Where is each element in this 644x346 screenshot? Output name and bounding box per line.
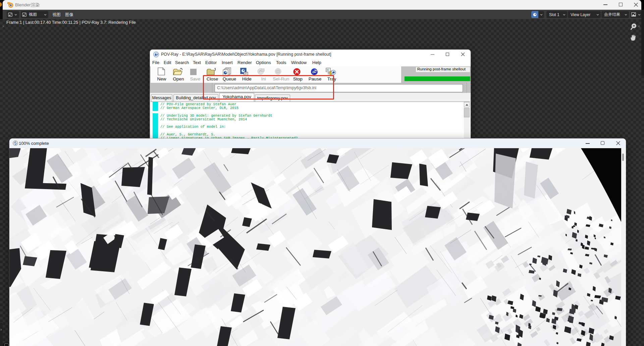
svg-text:z: z bbox=[316, 69, 317, 72]
svg-text:30: 30 bbox=[326, 69, 329, 71]
